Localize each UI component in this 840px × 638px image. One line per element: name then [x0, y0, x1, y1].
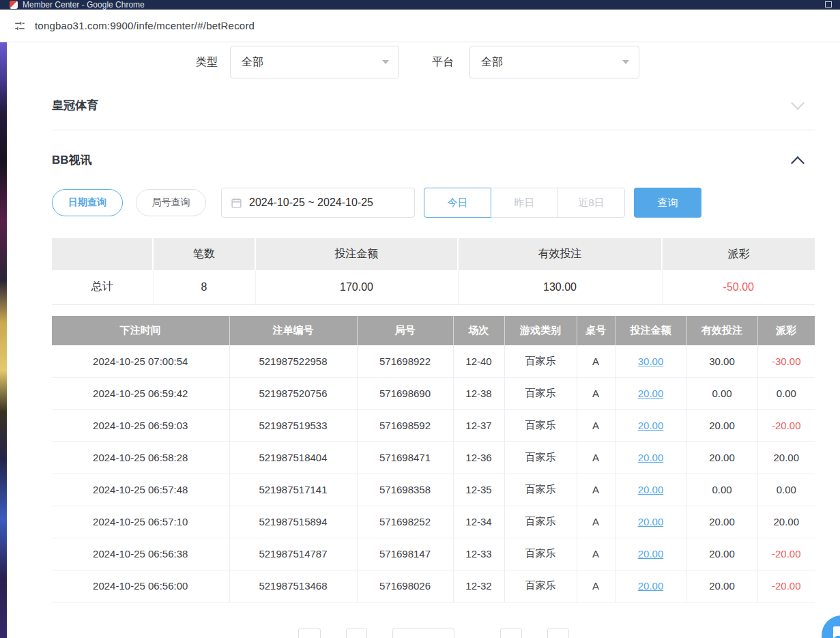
pagination-next-button[interactable] [500, 628, 522, 638]
cell-bet-amount[interactable]: 20.00 [615, 409, 686, 441]
cell-session: 12-34 [453, 506, 504, 538]
summary-header-bet-amount: 投注金额 [255, 238, 458, 270]
browser-window: Member Center - Google Chrome tongbao31.… [0, 0, 840, 638]
table-row: 2024-10-25 06:58:28521987518404571698471… [52, 441, 815, 474]
pagination-prev-button[interactable] [346, 628, 367, 638]
chevron-up-icon[interactable] [791, 156, 805, 170]
bet-record-page: 类型 全部 平台 全部 皇冠体育 BB视讯 日期查询 局号查询 2024-10-… [0, 42, 840, 638]
restore-window-icon[interactable] [825, 1, 832, 8]
summary-header-count: 笔数 [153, 238, 255, 270]
cell-payout: -20.00 [757, 409, 815, 441]
cell-order-number: 521987518404 [229, 441, 357, 474]
cell-payout: 0.00 [757, 474, 815, 506]
summary-table: 笔数 投注金额 有效投注 派彩 总计 8 170.00 130.00 -50.0… [52, 238, 815, 305]
cell-payout: -20.00 [757, 570, 815, 602]
cell-valid-bet: 0.00 [686, 377, 757, 409]
chevron-down-icon[interactable] [791, 96, 805, 110]
section-divider [52, 130, 815, 130]
cell-game-type: 百家乐 [504, 441, 577, 474]
calendar-icon [231, 197, 242, 209]
summary-bet-amount-value: 170.00 [255, 270, 458, 304]
cell-bet-amount[interactable]: 20.00 [615, 506, 686, 538]
date-range-input[interactable]: 2024-10-25 ~ 2024-10-25 [221, 188, 415, 218]
cell-order-number: 521987520756 [229, 377, 357, 409]
cell-session: 12-37 [453, 409, 504, 441]
bet-table-header-valid-bet: 有效投注 [686, 316, 757, 345]
cell-round-number: 571698592 [357, 409, 453, 441]
cell-valid-bet: 20.00 [686, 409, 757, 441]
search-button[interactable]: 查询 [634, 188, 701, 218]
cell-bet-time: 2024-10-25 07:00:54 [52, 345, 229, 377]
bet-table-header-bet-time: 下注时间 [52, 316, 229, 345]
cell-bet-amount[interactable]: 20.00 [615, 570, 686, 602]
type-select-value: 全部 [242, 55, 263, 70]
cell-order-number: 521987513468 [229, 570, 357, 602]
cell-valid-bet: 20.00 [686, 441, 757, 474]
last-8-days-button[interactable]: 近8日 [557, 188, 625, 218]
cell-bet-time: 2024-10-25 06:58:28 [52, 441, 229, 474]
cell-valid-bet: 20.00 [686, 570, 757, 602]
table-row: 2024-10-25 06:59:42521987520756571698690… [52, 377, 815, 409]
cell-bet-time: 2024-10-25 06:56:38 [52, 538, 229, 570]
cell-round-number: 571698026 [357, 570, 453, 602]
background-window-strip [0, 42, 7, 638]
bet-table-header-payout: 派彩 [757, 316, 815, 345]
cell-table-number: A [577, 570, 615, 602]
platform-select-value: 全部 [481, 55, 503, 70]
bet-table-header-row: 下注时间注单编号局号场次游戏类别桌号投注金额有效投注派彩 [52, 316, 815, 345]
bet-table-header-round-number: 局号 [357, 316, 453, 345]
cell-game-type: 百家乐 [504, 570, 577, 602]
cell-table-number: A [577, 377, 615, 409]
site-settings-icon[interactable] [14, 20, 26, 32]
pagination-last-button[interactable] [547, 628, 569, 638]
cell-game-type: 百家乐 [504, 377, 577, 409]
section-crown-sports-title: 皇冠体育 [52, 98, 98, 113]
tab-round-query[interactable]: 局号查询 [136, 189, 206, 216]
tab-date-query[interactable]: 日期查询 [52, 189, 123, 216]
cell-valid-bet: 30.00 [686, 345, 757, 377]
type-filter-label: 类型 [196, 55, 218, 69]
cell-valid-bet: 20.00 [686, 506, 757, 538]
chat-bubble-icon [830, 624, 840, 638]
cell-bet-time: 2024-10-25 06:56:00 [52, 570, 229, 602]
chevron-down-icon [622, 60, 629, 64]
cell-bet-amount[interactable]: 20.00 [615, 474, 686, 506]
table-row: 2024-10-25 07:00:54521987522958571698922… [52, 345, 815, 377]
url-text[interactable]: tongbao31.com:9900/infe/mcenter/#/betRec… [35, 20, 255, 31]
yesterday-button[interactable]: 昨日 [491, 188, 558, 218]
cell-game-type: 百家乐 [504, 409, 577, 441]
cell-table-number: A [577, 474, 615, 506]
pagination-page-input[interactable] [392, 628, 454, 638]
table-row: 2024-10-25 06:56:38521987514787571698147… [52, 538, 815, 570]
cell-order-number: 521987517141 [229, 474, 357, 506]
table-row: 2024-10-25 06:59:03521987519533571698592… [52, 409, 815, 441]
cell-session: 12-35 [453, 474, 504, 506]
cell-order-number: 521987514787 [229, 538, 357, 570]
type-select[interactable]: 全部 [230, 46, 399, 78]
bet-table-header-order-number: 注单编号 [229, 316, 357, 345]
cell-table-number: A [577, 409, 615, 441]
cell-bet-amount[interactable]: 20.00 [615, 538, 686, 570]
cell-game-type: 百家乐 [504, 345, 577, 377]
summary-header-valid-bet: 有效投注 [458, 238, 662, 270]
cell-order-number: 521987519533 [229, 409, 357, 441]
platform-filter-label: 平台 [432, 55, 454, 69]
pagination-first-button[interactable] [298, 628, 321, 638]
cell-round-number: 571698471 [357, 441, 453, 474]
cell-round-number: 571698252 [357, 506, 453, 538]
cell-table-number: A [577, 441, 615, 474]
cell-bet-amount[interactable]: 20.00 [615, 377, 686, 409]
table-row: 2024-10-25 06:57:10521987515894571698252… [52, 506, 815, 538]
platform-select[interactable]: 全部 [469, 46, 639, 78]
cell-payout: 0.00 [757, 377, 815, 409]
today-button[interactable]: 今日 [424, 188, 491, 218]
bet-table-header-bet-amount: 投注金额 [615, 316, 686, 345]
cell-round-number: 571698690 [357, 377, 453, 409]
cell-bet-amount[interactable]: 30.00 [615, 345, 686, 377]
summary-header-row: 笔数 投注金额 有效投注 派彩 [52, 238, 815, 270]
cell-bet-amount[interactable]: 20.00 [615, 441, 686, 474]
date-range-value: 2024-10-25 ~ 2024-10-25 [249, 197, 373, 209]
cell-payout: -20.00 [757, 538, 815, 570]
cell-session: 12-36 [453, 441, 504, 474]
cell-table-number: A [577, 345, 615, 377]
